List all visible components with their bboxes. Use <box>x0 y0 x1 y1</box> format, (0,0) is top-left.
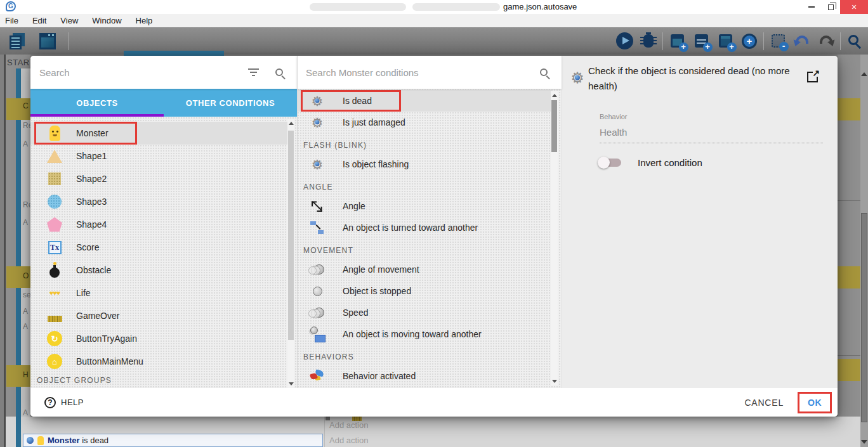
menu-file[interactable]: File <box>0 16 25 25</box>
object-list-item[interactable]: Shape3 <box>30 190 297 213</box>
object-list-item[interactable]: GameOver <box>30 304 297 327</box>
cancel-button[interactable]: CANCEL <box>744 398 784 408</box>
bomb-icon <box>46 261 63 279</box>
tab-objects[interactable]: OBJECTS <box>30 89 164 117</box>
condition-list-item[interactable]: Angle of movement <box>297 259 562 280</box>
preview-button[interactable] <box>612 30 636 53</box>
puzzle-icon <box>308 367 326 385</box>
toolbar-separator <box>763 32 764 50</box>
remove-button[interactable]: - <box>766 30 790 53</box>
scroll-down-arrow[interactable] <box>289 382 294 385</box>
hearts-icon <box>46 284 63 302</box>
condition-list-scrollbar[interactable] <box>551 91 558 385</box>
triangle-icon <box>46 147 63 165</box>
object-list-item[interactable]: Obstacle <box>30 259 297 282</box>
object-label: Monster <box>76 128 109 138</box>
menu-window[interactable]: Window <box>85 16 128 25</box>
search-icon[interactable] <box>275 68 283 76</box>
scroll-down-arrow[interactable] <box>552 380 557 383</box>
search-icon[interactable] <box>540 68 548 76</box>
condition-list-item[interactable]: Behavior activated <box>297 365 562 387</box>
condition-list-item[interactable]: Angle <box>297 195 562 217</box>
condition-label: Angle <box>343 201 365 211</box>
menu-view[interactable]: View <box>53 16 85 25</box>
object-list-item[interactable]: Monster <box>30 122 287 145</box>
gdevelop-logo: G <box>6 1 16 11</box>
scrollbar-thumb[interactable] <box>288 131 294 340</box>
debug-button[interactable] <box>636 30 661 53</box>
condition-list-item[interactable]: Speed <box>297 302 562 323</box>
project-manager-button[interactable] <box>5 30 29 53</box>
condition-section-header: BEHAVIORS <box>297 345 562 365</box>
add-object-button[interactable]: + <box>665 30 689 53</box>
scrollbar-thumb[interactable] <box>551 100 557 152</box>
condition-list-item[interactable]: An object is moving toward another <box>297 323 562 345</box>
object-search-input[interactable] <box>30 67 248 78</box>
close-button[interactable]: × <box>840 0 868 14</box>
add-external-events-button[interactable]: + <box>689 30 713 53</box>
event-group-row <box>838 359 860 381</box>
condition-label: Is object flashing <box>343 159 409 169</box>
behavior-gear-icon <box>308 155 326 173</box>
toggle-knob[interactable] <box>598 157 610 169</box>
add-action-link: Add action <box>329 420 368 430</box>
add-external-layout-button[interactable]: + <box>713 30 737 53</box>
object-list-item[interactable]: Shape4 <box>30 213 297 236</box>
debug-bug-icon <box>643 34 654 48</box>
behavior-field-label: Behavior <box>600 113 627 120</box>
object-list-item[interactable]: Life <box>30 282 297 304</box>
ok-button[interactable]: OK <box>808 398 822 408</box>
chooser-tabs: OBJECTS OTHER CONDITIONS <box>30 89 297 117</box>
restore-button[interactable] <box>821 0 840 14</box>
condition-search-input[interactable] <box>297 67 540 78</box>
scene-editor-button[interactable] <box>36 30 60 53</box>
scroll-down-arrow[interactable] <box>861 440 867 444</box>
invert-condition-toggle[interactable] <box>600 159 621 167</box>
invert-condition-label: Invert condition <box>638 157 702 168</box>
event-divider <box>838 355 860 356</box>
circle-icon <box>46 193 63 211</box>
tab-other-conditions[interactable]: OTHER CONDITIONS <box>164 89 297 117</box>
event-text-fragment: O <box>23 271 29 280</box>
menu-edit[interactable]: Edit <box>25 16 53 25</box>
undo-icon <box>796 36 808 44</box>
object-list-item[interactable]: Shape1 <box>30 145 297 167</box>
toolbar-separator <box>840 32 841 50</box>
scene-window-icon <box>39 33 56 49</box>
scroll-up-arrow[interactable] <box>861 72 867 76</box>
redacted-text <box>412 3 500 11</box>
redo-button[interactable] <box>814 30 838 53</box>
minimize-button[interactable] <box>802 0 821 14</box>
condition-list-item[interactable]: Is object flashing <box>297 153 562 175</box>
behavior-select[interactable]: Health <box>600 127 823 143</box>
condition-list-item[interactable]: Object is stopped <box>297 280 562 302</box>
object-list-item[interactable]: ButtonMainMenu <box>30 350 297 373</box>
scroll-up-arrow[interactable] <box>552 94 557 97</box>
moving-toward-icon <box>308 325 326 343</box>
condition-label: Is dead <box>343 96 372 106</box>
event-text-fragment: se <box>23 290 31 299</box>
event-divider <box>838 200 860 201</box>
toolbar-separator <box>662 32 663 50</box>
object-label: GameOver <box>76 311 119 321</box>
object-label: Shape1 <box>76 151 107 161</box>
add-extension-button[interactable]: + <box>737 30 761 53</box>
object-list-scrollbar[interactable] <box>287 119 294 388</box>
undo-button[interactable] <box>790 30 814 53</box>
condition-label: Speed <box>343 308 368 318</box>
condition-list-item[interactable]: Is dead <box>297 90 551 112</box>
object-list-item[interactable]: Shape2 <box>30 167 297 190</box>
open-in-new-button[interactable]: ↗ <box>807 70 820 82</box>
search-button[interactable] <box>843 30 867 53</box>
condition-list-item[interactable]: An object is turned toward another <box>297 217 562 238</box>
scroll-up-arrow[interactable] <box>289 122 294 125</box>
menu-help[interactable]: Help <box>129 16 160 25</box>
object-list-item[interactable]: ButtonTryAgain <box>30 327 297 350</box>
object-label: Shape3 <box>76 197 107 207</box>
condition-list-item[interactable]: Is just damaged <box>297 112 562 133</box>
filter-icon[interactable] <box>248 68 259 77</box>
condition-section-header: MOVEMENT <box>297 238 562 259</box>
object-list-item[interactable]: Score <box>30 236 297 259</box>
help-button[interactable]: ? HELP <box>44 397 84 408</box>
scrollbar-thumb[interactable] <box>861 213 867 422</box>
